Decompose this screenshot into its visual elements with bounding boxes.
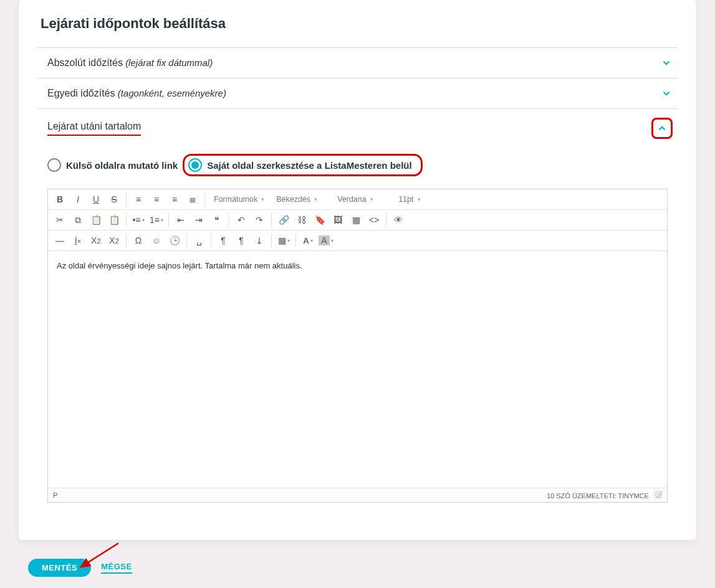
emoji-icon[interactable]: ☺ bbox=[148, 233, 165, 248]
toolbar-row-3: — I× X2 X2 Ω ☺ 🕒 ␣ ¶ ¶ ⤓ ▦ A A bbox=[48, 230, 667, 251]
accordion-postexpiry: Lejárat utáni tartalom Külső oldalra mut… bbox=[37, 109, 678, 503]
resize-handle-icon[interactable] bbox=[655, 491, 662, 498]
actions-bar: MENTÉS MÉGSE bbox=[0, 540, 715, 577]
superscript-icon[interactable]: X2 bbox=[106, 233, 122, 248]
toolbar-row-1: B I U S ≡ ≡ ≡ ≣ Formátumok▾ Bekezdés▾ Ve… bbox=[48, 189, 667, 210]
chevron-up-icon bbox=[651, 118, 673, 139]
toolbar-row-2: ✂ ⧉ 📋 📋 •≡ 1≡ ⇤ ⇥ ❝ ↶ ↷ 🔗 ⛓ 🔖 🖼 ▦ bbox=[48, 210, 667, 230]
italic-icon[interactable]: I bbox=[70, 192, 86, 207]
align-right-icon[interactable]: ≡ bbox=[166, 192, 183, 207]
redo-icon[interactable]: ↷ bbox=[251, 212, 267, 227]
text-color-icon[interactable]: A bbox=[300, 233, 316, 248]
unlink-icon[interactable]: ⛓ bbox=[294, 212, 310, 227]
editor-path: P bbox=[53, 491, 57, 499]
datetime-icon[interactable]: 🕒 bbox=[166, 233, 183, 248]
underline-icon[interactable]: U bbox=[88, 192, 104, 207]
paste-text-icon[interactable]: 📋 bbox=[106, 212, 122, 227]
editor-content[interactable]: Az oldal érvényességi ideje sajnos lejár… bbox=[48, 251, 667, 488]
bg-color-icon[interactable]: A bbox=[318, 233, 334, 248]
rtl-icon[interactable]: ¶ bbox=[233, 233, 249, 248]
cut-icon[interactable]: ✂ bbox=[52, 212, 68, 227]
accordion-note: (tagonként, eseményekre) bbox=[118, 88, 226, 98]
accordion-postexpiry-header[interactable]: Lejárat utáni tartalom bbox=[37, 109, 678, 148]
link-icon[interactable]: 🔗 bbox=[276, 212, 292, 227]
save-button[interactable]: MENTÉS bbox=[28, 559, 91, 577]
pagebreak-icon[interactable]: ⤓ bbox=[251, 233, 267, 248]
table-icon[interactable]: ▦ bbox=[276, 233, 292, 248]
radio-label: Saját oldal szerkesztése a ListaMesteren… bbox=[207, 160, 411, 171]
bookmark-icon[interactable]: 🔖 bbox=[312, 212, 328, 227]
cancel-button[interactable]: MÉGSE bbox=[101, 562, 132, 574]
preview-icon[interactable]: 👁 bbox=[390, 212, 406, 227]
font-size-select[interactable]: 11pt▾ bbox=[393, 192, 446, 207]
editor-statusbar: P 10 SZÓ ÜZEMELTETI: TINYMCE bbox=[48, 488, 667, 502]
settings-card: Lejárati időpontok beállítása Abszolút i… bbox=[19, 0, 696, 540]
number-list-icon[interactable]: 1≡ bbox=[148, 212, 165, 227]
undo-icon[interactable]: ↶ bbox=[233, 212, 249, 227]
image-icon[interactable]: 🖼 bbox=[330, 212, 346, 227]
formats-select[interactable]: Formátumok▾ bbox=[209, 192, 269, 207]
bold-icon[interactable]: B bbox=[52, 192, 68, 207]
accordion-absolute[interactable]: Abszolút időzítés (lejárat fix dátummal) bbox=[37, 47, 678, 78]
radio-external-link[interactable]: Külső oldalra mutató link bbox=[47, 158, 178, 172]
paste-icon[interactable]: 📋 bbox=[88, 212, 104, 227]
radio-own-editor-highlight: Saját oldal szerkesztése a ListaMesteren… bbox=[183, 154, 422, 176]
content-mode-radios: Külső oldalra mutató link Saját oldal sz… bbox=[37, 148, 678, 189]
block-select[interactable]: Bekezdés▾ bbox=[271, 192, 330, 207]
strikethrough-icon[interactable]: S bbox=[106, 192, 122, 207]
code-icon[interactable]: <> bbox=[366, 212, 382, 227]
media-icon[interactable]: ▦ bbox=[348, 212, 364, 227]
accordion-individual[interactable]: Egyedi időzítés (tagonként, eseményekre) bbox=[37, 78, 678, 109]
chevron-down-icon bbox=[660, 87, 673, 100]
rich-text-editor: B I U S ≡ ≡ ≡ ≣ Formátumok▾ Bekezdés▾ Ve… bbox=[47, 189, 668, 503]
subscript-icon[interactable]: X2 bbox=[88, 233, 104, 248]
radio-label: Külső oldalra mutató link bbox=[66, 160, 178, 171]
chevron-down-icon bbox=[660, 57, 673, 69]
align-justify-icon[interactable]: ≣ bbox=[185, 192, 201, 207]
nbsp-icon[interactable]: ␣ bbox=[191, 233, 207, 248]
hr-icon[interactable]: — bbox=[52, 233, 68, 248]
accordion-label: Abszolút időzítés bbox=[47, 57, 123, 68]
align-left-icon[interactable]: ≡ bbox=[130, 192, 146, 207]
align-center-icon[interactable]: ≡ bbox=[148, 192, 165, 207]
accordion-note: (lejárat fix dátummal) bbox=[125, 57, 213, 68]
accordion-label: Lejárat utáni tartalom bbox=[47, 121, 141, 131]
copy-icon[interactable]: ⧉ bbox=[70, 212, 86, 227]
remove-format-icon[interactable]: I× bbox=[70, 233, 86, 248]
radio-own-editor[interactable]: Saját oldal szerkesztése a ListaMesteren… bbox=[188, 158, 411, 172]
outdent-icon[interactable]: ⇤ bbox=[173, 212, 189, 227]
blockquote-icon[interactable]: ❝ bbox=[209, 212, 225, 227]
bullet-list-icon[interactable]: •≡ bbox=[130, 212, 146, 227]
accordion-label: Egyedi időzítés bbox=[47, 88, 115, 98]
indent-icon[interactable]: ⇥ bbox=[191, 212, 207, 227]
special-char-icon[interactable]: Ω bbox=[130, 233, 146, 248]
page-title: Lejárati időpontok beállítása bbox=[41, 16, 678, 32]
editor-wordcount: 10 SZÓ ÜZEMELTETI: TINYMCE bbox=[547, 492, 649, 500]
font-family-select[interactable]: Verdana▾ bbox=[332, 192, 391, 207]
ltr-icon[interactable]: ¶ bbox=[215, 233, 231, 248]
